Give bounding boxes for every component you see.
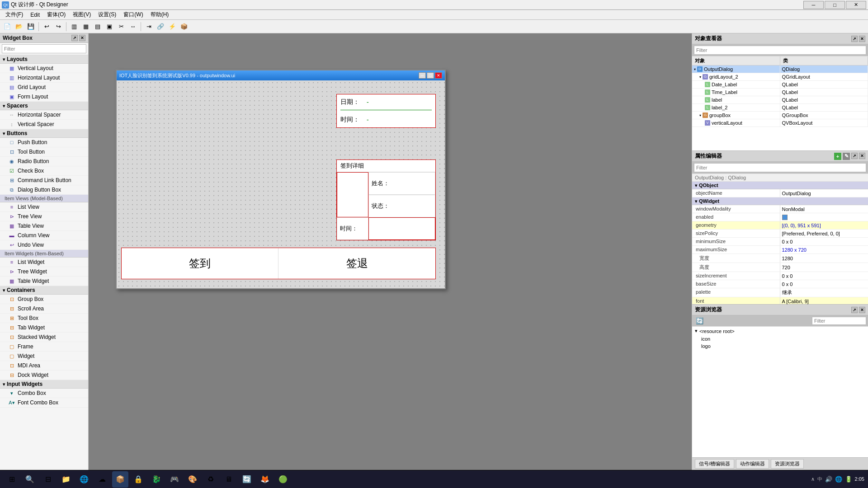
prop-row-font[interactable]: font A [Calibri, 9]: [692, 297, 868, 304]
section-layouts[interactable]: Layouts: [0, 55, 88, 64]
property-editor-close[interactable]: ✕: [859, 153, 865, 159]
toolbar-redo[interactable]: ↪: [53, 21, 64, 32]
tray-network[interactable]: 🌐: [835, 476, 842, 483]
toolbar-resource[interactable]: 📦: [179, 21, 189, 32]
toolbar-buddy[interactable]: 🔗: [155, 21, 166, 32]
obj-row-verticallayout[interactable]: V verticalLayout QVBoxLayout: [692, 119, 868, 127]
object-inspector-float[interactable]: ↗: [851, 36, 858, 42]
toolbar-adjust[interactable]: ↔: [127, 21, 138, 32]
prop-edit-icon[interactable]: ✎: [843, 153, 850, 160]
checkout-button[interactable]: 签退: [278, 248, 435, 279]
widget-item-mdi-area[interactable]: ⊡ MDI Area: [0, 361, 88, 371]
obj-row-groupbox[interactable]: ▾ G groupBox QGroupBox: [692, 112, 868, 119]
widget-item-dock-widget[interactable]: ⊟ Dock Widget: [0, 371, 88, 380]
widget-item-stacked-widget[interactable]: ⊡ Stacked Widget: [0, 333, 88, 342]
menu-settings[interactable]: 设置(S): [94, 10, 120, 19]
subsection-item-views[interactable]: Item Views (Model-Based): [0, 195, 88, 202]
taskbar-clock[interactable]: 2:05: [855, 476, 864, 482]
tab-action-editor[interactable]: 动作编辑器: [736, 459, 769, 469]
prop-row-minimumsize[interactable]: minimumSize 0 x 0: [692, 238, 868, 246]
menu-view[interactable]: 视图(V): [69, 10, 94, 19]
obj-row-label2[interactable]: L label_2 QLabel: [692, 104, 868, 112]
object-inspector-close[interactable]: ✕: [859, 36, 865, 42]
menu-window[interactable]: 窗口(W): [120, 10, 146, 19]
prop-row-palette[interactable]: palette 继承: [692, 288, 868, 297]
menu-form[interactable]: 窗体(O): [43, 10, 69, 19]
section-containers[interactable]: Containers: [0, 286, 88, 295]
toolbar-save[interactable]: 💾: [25, 21, 36, 32]
widget-item-horizontal-layout[interactable]: ▥ Horizontal Layout: [0, 73, 88, 83]
win-close[interactable]: ✕: [435, 72, 442, 79]
resource-browser-float[interactable]: ↗: [851, 307, 858, 313]
taskbar-files[interactable]: 📁: [58, 471, 74, 488]
taskbar-sync[interactable]: 🔄: [239, 471, 255, 488]
widget-item-tree-view[interactable]: ⊳ Tree View: [0, 212, 88, 221]
widget-item-vspacer[interactable]: ↕ Vertical Spacer: [0, 120, 88, 129]
minimize-button[interactable]: ─: [803, 1, 824, 9]
tray-lang[interactable]: 中: [817, 476, 822, 483]
widget-item-grid-layout[interactable]: ▤ Grid Layout: [0, 83, 88, 92]
widget-item-dialog-button-box[interactable]: ⧉ Dialog Button Box: [0, 185, 88, 195]
widget-item-tab-widget[interactable]: ⊟ Tab Widget: [0, 323, 88, 333]
widget-item-hspacer[interactable]: ↔ Horizontal Spacer: [0, 110, 88, 120]
taskbar-security[interactable]: 🔒: [130, 471, 146, 488]
taskbar-monitor[interactable]: 🖥: [221, 471, 237, 488]
designer-content[interactable]: 日期： - 时间： - 签到详细 姓名：: [117, 80, 445, 288]
tray-arrow[interactable]: ∧: [811, 476, 815, 482]
taskbar-start[interactable]: ⊞: [4, 471, 20, 488]
prop-section-qwidget[interactable]: QWidget: [692, 197, 868, 205]
close-button[interactable]: ✕: [846, 1, 866, 9]
toolbar-layout-h[interactable]: ▥: [69, 21, 80, 32]
subsection-item-widgets[interactable]: Item Widgets (Item-Based): [0, 250, 88, 258]
toolbar-layout-v[interactable]: ▦: [80, 21, 91, 32]
property-editor-filter-input[interactable]: [694, 163, 866, 172]
widget-item-scroll-area[interactable]: ⊟ Scroll Area: [0, 304, 88, 314]
section-spacers[interactable]: Spacers: [0, 102, 88, 110]
tab-resource-browser[interactable]: 资源浏览器: [771, 459, 804, 469]
widget-item-tool-box[interactable]: ⊞ Tool Box: [0, 314, 88, 323]
prop-row-basesize[interactable]: baseSize 0 x 0: [692, 280, 868, 288]
widget-item-list-view[interactable]: ≡ List View: [0, 202, 88, 212]
taskbar-recycle[interactable]: ♻: [203, 471, 219, 488]
prop-row-sizeincrement[interactable]: sizeIncrement 0 x 0: [692, 272, 868, 280]
taskbar-firefox[interactable]: 🦊: [257, 471, 273, 488]
widget-box-close[interactable]: ✕: [79, 35, 85, 41]
toolbar-undo[interactable]: ↩: [41, 21, 52, 32]
widget-item-push-button[interactable]: □ Push Button: [0, 138, 88, 147]
taskbar-browser[interactable]: 🌐: [76, 471, 92, 488]
taskbar-game1[interactable]: 🐉: [148, 471, 165, 488]
toolbar-layout-grid[interactable]: ▤: [92, 21, 103, 32]
prop-row-sizepolicy[interactable]: sizePolicy [Preferred, Preferred, 0, 0]: [692, 230, 868, 238]
res-child-logo[interactable]: logo: [692, 343, 868, 350]
win-minimize[interactable]: ─: [419, 72, 426, 79]
widget-item-vertical-layout[interactable]: ▦ Vertical Layout: [0, 64, 88, 73]
widget-item-column-view[interactable]: ▬ Column View: [0, 231, 88, 240]
taskbar-green[interactable]: 🟢: [275, 471, 291, 488]
toolbar-signal[interactable]: ⚡: [167, 21, 178, 32]
section-input-widgets[interactable]: Input Widgets: [0, 380, 88, 389]
taskbar-taskview[interactable]: ⊟: [40, 471, 56, 488]
widget-item-undo-view[interactable]: ↩ Undo View: [0, 240, 88, 250]
widget-item-tree-widget[interactable]: ⊳ Tree Widget: [0, 267, 88, 277]
widget-item-frame[interactable]: ▢ Frame: [0, 342, 88, 352]
res-child-icon[interactable]: icon: [692, 335, 868, 343]
menu-edit[interactable]: Edit: [27, 10, 43, 19]
widget-box-float[interactable]: ↗: [71, 35, 78, 41]
prop-row-width[interactable]: 宽度 1280: [692, 254, 868, 263]
prop-row-objectname[interactable]: objectName OutputDialog: [692, 189, 868, 197]
toolbar-tab-order[interactable]: ⇥: [143, 21, 154, 32]
obj-row-gridlayout2[interactable]: ▾ G gridLayout_2 QGridLayout: [692, 73, 868, 81]
tab-signal-slot[interactable]: 信号/槽编辑器: [695, 459, 734, 469]
tray-battery[interactable]: 🔋: [845, 476, 852, 483]
prop-row-enabled[interactable]: enabled: [692, 213, 868, 221]
widget-item-table-view[interactable]: ▦ Table View: [0, 221, 88, 231]
widget-box-filter-input[interactable]: [2, 44, 86, 53]
res-root-item[interactable]: ▾ <resource root>: [692, 327, 868, 335]
widget-item-widget[interactable]: ▢ Widget: [0, 352, 88, 361]
widget-item-check-box[interactable]: ☑ Check Box: [0, 166, 88, 176]
resource-browser-close[interactable]: ✕: [859, 307, 865, 313]
maximize-button[interactable]: □: [825, 1, 845, 9]
prop-row-windowmodality[interactable]: windowModality NonModal: [692, 205, 868, 213]
prop-row-height[interactable]: 高度 720: [692, 263, 868, 272]
prop-row-geometry[interactable]: geometry [(0, 0), 951 x 591]: [692, 221, 868, 230]
